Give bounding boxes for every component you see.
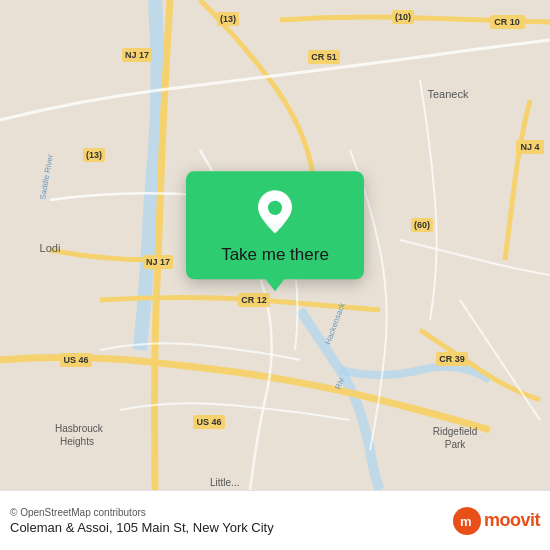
svg-text:US 46: US 46 [63, 355, 88, 365]
popup-card[interactable]: Take me there [186, 171, 364, 279]
svg-text:CR 12: CR 12 [241, 295, 267, 305]
svg-text:Park: Park [445, 439, 467, 450]
moovit-m-icon: m [453, 507, 481, 535]
svg-text:(10): (10) [395, 12, 411, 22]
svg-text:Lodi: Lodi [40, 242, 61, 254]
svg-point-39 [268, 201, 282, 215]
bottom-bar: © OpenStreetMap contributors Coleman & A… [0, 490, 550, 550]
svg-text:NJ 17: NJ 17 [146, 257, 170, 267]
svg-text:Teaneck: Teaneck [428, 88, 469, 100]
location-pin-icon [252, 189, 298, 235]
svg-text:(13): (13) [220, 14, 236, 24]
svg-text:NJ 4: NJ 4 [520, 142, 539, 152]
svg-text:Heights: Heights [60, 436, 94, 447]
svg-text:US 46: US 46 [196, 417, 221, 427]
svg-text:Hasbrouck: Hasbrouck [55, 423, 104, 434]
map-container: Hackensack Riv. Saddle River (13) (10) C… [0, 0, 550, 490]
popup-label: Take me there [221, 245, 329, 265]
svg-text:(60): (60) [414, 220, 430, 230]
svg-text:CR 39: CR 39 [439, 354, 465, 364]
moovit-logo: m moovit [453, 507, 540, 535]
svg-text:CR 51: CR 51 [311, 52, 337, 62]
svg-text:m: m [460, 514, 472, 529]
svg-text:Little...: Little... [210, 477, 239, 488]
svg-text:CR 10: CR 10 [494, 17, 520, 27]
moovit-text: moovit [484, 510, 540, 531]
svg-text:NJ 17: NJ 17 [125, 50, 149, 60]
svg-text:Ridgefield: Ridgefield [433, 426, 477, 437]
svg-text:(13): (13) [86, 150, 102, 160]
